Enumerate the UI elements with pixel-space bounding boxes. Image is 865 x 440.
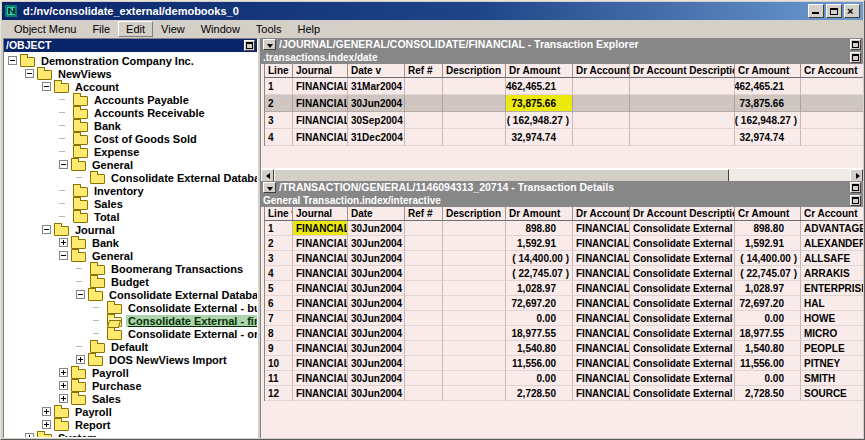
- column-header-dr-amount[interactable]: Dr Amount: [506, 207, 573, 220]
- details-cell[interactable]: 2,728.50: [506, 386, 573, 401]
- details-row[interactable]: 6FINANCIAL30Jun200472,697.20FINANCIALCon…: [264, 296, 863, 311]
- tree-item-label[interactable]: Report: [73, 419, 112, 431]
- tree-item[interactable]: General: [4, 158, 257, 171]
- details-cell[interactable]: 30Jun2004: [348, 251, 405, 266]
- explorer-cell[interactable]: 32,974.74: [506, 129, 573, 146]
- column-header-dr-account-description[interactable]: Dr Account Description: [630, 64, 735, 77]
- details-cell[interactable]: FINANCIAL: [573, 356, 630, 371]
- details-cell[interactable]: Consolidate External Dat: [630, 281, 735, 296]
- details-row[interactable]: 8FINANCIAL30Jun200418,977.55FINANCIALCon…: [264, 326, 863, 341]
- tree-item-label[interactable]: Payroll: [90, 367, 131, 379]
- explorer-row[interactable]: 1FINANCIAL31Mar2004462,465.21462,465.21: [264, 78, 863, 95]
- details-cell[interactable]: FINANCIAL: [293, 236, 348, 251]
- tree-item[interactable]: Cost of Goods Sold: [4, 132, 257, 145]
- details-cell[interactable]: Consolidate External Dat: [630, 311, 735, 326]
- details-cell[interactable]: ALLSAFE: [801, 251, 863, 266]
- scrollbar-track[interactable]: [274, 169, 850, 181]
- column-header-ref[interactable]: Ref #: [405, 64, 443, 77]
- minimize-button[interactable]: [808, 4, 824, 18]
- details-cell[interactable]: 10: [265, 356, 293, 371]
- details-cell[interactable]: 4: [265, 266, 293, 281]
- details-cell[interactable]: 1,592.91: [506, 236, 573, 251]
- details-cell[interactable]: [443, 371, 506, 386]
- details-cell[interactable]: 3: [265, 251, 293, 266]
- explorer-maximize-button[interactable]: [850, 39, 861, 50]
- explorer-cell[interactable]: 31Dec2004: [348, 129, 405, 146]
- details-cell[interactable]: [405, 341, 443, 356]
- explorer-cell[interactable]: 1: [265, 78, 293, 95]
- details-cell[interactable]: [443, 386, 506, 401]
- tree-item[interactable]: Bank: [4, 236, 257, 249]
- details-cell[interactable]: 30Jun2004: [348, 266, 405, 281]
- tree-item-label[interactable]: General: [90, 159, 135, 171]
- menu-file[interactable]: File: [84, 21, 118, 37]
- details-cell[interactable]: FINANCIAL: [573, 281, 630, 296]
- tree-item[interactable]: Consolidate External - budget: [4, 301, 257, 314]
- tree-item[interactable]: Consolidate External Databases: [4, 288, 257, 301]
- column-header-date[interactable]: Date: [348, 207, 405, 220]
- explorer-cell[interactable]: [630, 112, 735, 129]
- details-cell[interactable]: FINANCIAL: [573, 341, 630, 356]
- details-cell[interactable]: Consolidate External Dat: [630, 221, 735, 236]
- details-cell[interactable]: [405, 281, 443, 296]
- tree-item[interactable]: Accounts Receivable: [4, 106, 257, 119]
- details-cell[interactable]: 30Jun2004: [348, 386, 405, 401]
- tree-item[interactable]: Expense: [4, 145, 257, 158]
- details-cell[interactable]: [443, 236, 506, 251]
- details-cell[interactable]: FINANCIAL: [293, 221, 348, 236]
- explorer-pathbar-maximize-button[interactable]: [850, 52, 861, 63]
- tree-item-label[interactable]: DOS NewViews Import: [107, 354, 229, 366]
- expand-plus-icon[interactable]: [59, 238, 68, 247]
- details-cell[interactable]: Consolidate External Dat: [630, 386, 735, 401]
- details-cell[interactable]: FINANCIAL: [293, 266, 348, 281]
- explorer-cell[interactable]: [801, 95, 863, 112]
- explorer-cell[interactable]: 30Sep2004: [348, 112, 405, 129]
- tree-item[interactable]: Bank: [4, 119, 257, 132]
- tree-item-label[interactable]: Budget: [109, 276, 151, 288]
- details-cell[interactable]: 1,540.80: [506, 341, 573, 356]
- column-header-cr-amount[interactable]: Cr Amount: [735, 64, 801, 77]
- details-cell[interactable]: 72,697.20: [506, 296, 573, 311]
- tree-item-label[interactable]: Consolidate External Databases: [107, 289, 257, 301]
- details-cell[interactable]: Consolidate External Dat: [630, 236, 735, 251]
- tree-item-label[interactable]: Total: [92, 211, 121, 223]
- tree-item[interactable]: Payroll: [4, 405, 257, 418]
- column-header-dr-account[interactable]: Dr Account: [573, 64, 630, 77]
- details-cell[interactable]: FINANCIAL: [293, 311, 348, 326]
- details-cell[interactable]: FINANCIAL: [573, 371, 630, 386]
- explorer-cell[interactable]: [405, 78, 443, 95]
- tree-item[interactable]: Sales: [4, 392, 257, 405]
- column-header-cr-amount[interactable]: Cr Amount: [735, 207, 801, 220]
- details-cell[interactable]: FINANCIAL: [573, 221, 630, 236]
- collapse-minus-icon[interactable]: [42, 82, 51, 91]
- details-cell[interactable]: 18,977.55: [506, 326, 573, 341]
- collapse-minus-icon[interactable]: [8, 56, 17, 65]
- explorer-row[interactable]: 3FINANCIAL30Sep2004( 162,948.27 )( 162,9…: [264, 112, 863, 129]
- tree-item-label[interactable]: Payroll: [73, 406, 114, 418]
- tree-item[interactable]: Journal: [4, 223, 257, 236]
- details-cell[interactable]: FINANCIAL: [573, 266, 630, 281]
- details-cell[interactable]: FINANCIAL: [573, 296, 630, 311]
- tree-item-label[interactable]: Consolidate External - budget: [126, 302, 257, 314]
- details-cell[interactable]: [405, 251, 443, 266]
- explorer-cell[interactable]: [573, 95, 630, 112]
- explorer-cell[interactable]: 32,974.74: [735, 129, 801, 146]
- explorer-cell[interactable]: 3: [265, 112, 293, 129]
- column-header-cr-account[interactable]: Cr Account: [801, 64, 863, 77]
- details-cell[interactable]: 30Jun2004: [348, 371, 405, 386]
- explorer-cell[interactable]: FINANCIAL: [293, 95, 348, 112]
- details-cell[interactable]: 72,697.20: [735, 296, 801, 311]
- tree-item-label[interactable]: Bank: [90, 237, 121, 249]
- collapse-minus-icon[interactable]: [76, 290, 85, 299]
- explorer-cell[interactable]: 2: [265, 95, 293, 112]
- explorer-cell[interactable]: [801, 78, 863, 95]
- explorer-cell[interactable]: FINANCIAL: [293, 78, 348, 95]
- explorer-cell[interactable]: 462,465.21: [506, 78, 573, 95]
- details-cell[interactable]: ( 14,400.00 ): [506, 251, 573, 266]
- explorer-cell[interactable]: FINANCIAL: [293, 112, 348, 129]
- column-header-line-v[interactable]: Line v: [265, 207, 293, 220]
- menu-edit[interactable]: Edit: [118, 21, 153, 37]
- details-cell[interactable]: 30Jun2004: [348, 356, 405, 371]
- tree-item-label[interactable]: Bank: [92, 120, 123, 132]
- details-cell[interactable]: 0.00: [506, 371, 573, 386]
